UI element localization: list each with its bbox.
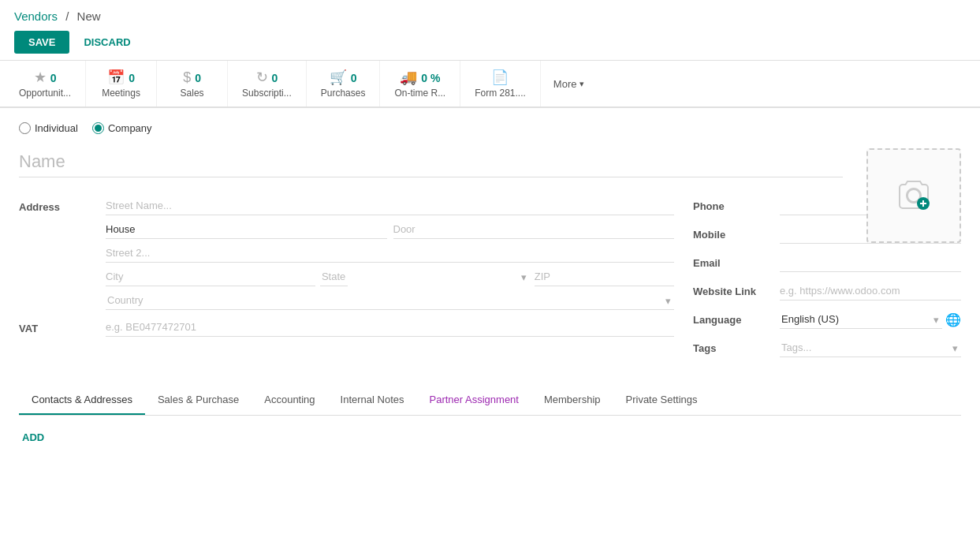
individual-radio[interactable]	[19, 122, 31, 134]
breadcrumb-parent[interactable]: Vendors	[14, 9, 58, 23]
stat-purchases[interactable]: 🛒 0 Purchases	[307, 61, 381, 106]
breadcrumb: Vendors / New	[14, 9, 966, 23]
tab-partner-assignment[interactable]: Partner Assignment	[417, 386, 531, 415]
stat-meetings[interactable]: 📅 0 Meetings	[86, 61, 157, 106]
more-button[interactable]: More ▾	[541, 61, 598, 106]
email-input[interactable]	[780, 253, 961, 272]
stat-opportunities[interactable]: ★ 0 Opportunit...	[5, 61, 86, 106]
purchases-count: 0	[351, 72, 357, 84]
entity-type-row: Individual Company	[19, 122, 961, 134]
email-row: Email	[693, 253, 961, 272]
phone-label: Phone	[693, 200, 780, 212]
stat-sales[interactable]: $ 0 Sales	[157, 61, 228, 106]
refresh-icon: ↻	[256, 69, 268, 86]
address-field-row: Address State ▾	[19, 196, 674, 310]
photo-upload[interactable]	[866, 148, 961, 243]
state-select[interactable]: State	[320, 267, 348, 286]
ontime-count: 0 %	[421, 72, 440, 84]
star-icon: ★	[34, 69, 47, 86]
left-fields: Address State ▾	[19, 196, 674, 367]
vat-input[interactable]	[106, 318, 674, 337]
company-radio-label[interactable]: Company	[92, 122, 152, 134]
city-input[interactable]	[106, 267, 315, 286]
ontime-label: On-time R...	[394, 88, 445, 99]
door-input[interactable]	[393, 220, 675, 239]
tab-internal-notes[interactable]: Internal Notes	[328, 386, 417, 415]
meetings-count: 0	[129, 72, 135, 84]
discard-button[interactable]: DISCARD	[77, 31, 136, 54]
city-state-zip-row: State ▾	[106, 267, 674, 286]
stat-ontime[interactable]: 🚚 0 % On-time R...	[380, 61, 460, 106]
language-select-wrap: English (US) ▾	[780, 310, 942, 329]
website-row: Website Link	[693, 282, 961, 301]
sales-count: 0	[195, 72, 201, 84]
action-buttons: SAVE DISCARD	[14, 31, 966, 54]
mobile-label: Mobile	[693, 229, 780, 241]
tags-label: Tags	[693, 342, 780, 354]
language-select[interactable]: English (US)	[780, 310, 942, 329]
street-input[interactable]	[106, 196, 674, 215]
sales-label: Sales	[181, 88, 204, 99]
tabs-bar: Contacts & Addresses Sales & Purchase Ac…	[19, 386, 961, 416]
individual-radio-label[interactable]: Individual	[19, 122, 78, 134]
opportunities-label: Opportunit...	[19, 88, 71, 99]
stat-form[interactable]: 📄 Form 281....	[460, 61, 541, 106]
truck-icon: 🚚	[400, 69, 417, 86]
zip-input[interactable]	[535, 267, 674, 286]
calendar-icon: 📅	[107, 69, 125, 86]
stat-subscriptions[interactable]: ↻ 0 Subscripti...	[228, 61, 307, 106]
form-area: Individual Company Address	[0, 108, 980, 459]
chevron-down-icon: ▾	[579, 79, 584, 89]
cart-icon: 🛒	[330, 69, 347, 86]
tags-select[interactable]: Tags...	[780, 338, 961, 357]
house-door-row	[106, 220, 674, 239]
address-content: State ▾ Country ▾	[106, 196, 674, 310]
website-input[interactable]	[780, 282, 961, 301]
document-icon: 📄	[491, 69, 509, 86]
globe-icon: 🌐	[945, 312, 961, 327]
tab-sales-purchase[interactable]: Sales & Purchase	[145, 386, 252, 415]
fields-section: Address State ▾	[19, 196, 961, 367]
vat-field-row: VAT	[19, 318, 674, 337]
company-name-input[interactable]	[19, 148, 843, 177]
country-select[interactable]: Country	[106, 291, 674, 310]
subscriptions-count: 0	[272, 72, 278, 84]
street2-input[interactable]	[106, 244, 674, 263]
top-bar: Vendors / New SAVE DISCARD	[0, 0, 980, 61]
tab-private-settings[interactable]: Private Settings	[613, 386, 710, 415]
vat-label: VAT	[19, 318, 106, 334]
tags-content: Tags... ▾	[780, 338, 961, 357]
tab-membership[interactable]: Membership	[531, 386, 613, 415]
language-content: English (US) ▾ 🌐	[780, 310, 961, 329]
language-label: Language	[693, 314, 780, 326]
company-radio[interactable]	[92, 122, 104, 134]
tab-contacts-addresses[interactable]: Contacts & Addresses	[19, 386, 145, 415]
address-label: Address	[19, 196, 106, 213]
stats-bar: ★ 0 Opportunit... 📅 0 Meetings $ 0 Sales…	[0, 61, 980, 108]
opportunities-count: 0	[50, 72, 57, 84]
purchases-label: Purchases	[321, 88, 366, 99]
tags-row: Tags Tags... ▾	[693, 338, 961, 357]
tab-accounting[interactable]: Accounting	[252, 386, 327, 415]
state-chevron-icon: ▾	[521, 271, 527, 283]
breadcrumb-current: New	[77, 9, 101, 23]
website-label: Website Link	[693, 286, 780, 297]
language-row: Language English (US) ▾ 🌐	[693, 310, 961, 329]
subscriptions-label: Subscripti...	[242, 88, 292, 99]
add-button[interactable]: ADD	[22, 428, 44, 446]
meetings-label: Meetings	[102, 88, 140, 99]
country-wrap: Country ▾	[106, 291, 674, 310]
email-label: Email	[693, 257, 780, 269]
breadcrumb-separator: /	[65, 9, 69, 23]
house-input[interactable]	[106, 220, 387, 239]
save-button[interactable]: SAVE	[14, 31, 69, 54]
individual-label: Individual	[35, 122, 78, 134]
company-label: Company	[108, 122, 152, 134]
form-label: Form 281....	[475, 88, 526, 99]
tab-content-area: ADD	[19, 416, 961, 459]
dollar-icon: $	[183, 69, 191, 86]
vat-content	[106, 318, 674, 337]
more-label: More	[553, 78, 577, 90]
